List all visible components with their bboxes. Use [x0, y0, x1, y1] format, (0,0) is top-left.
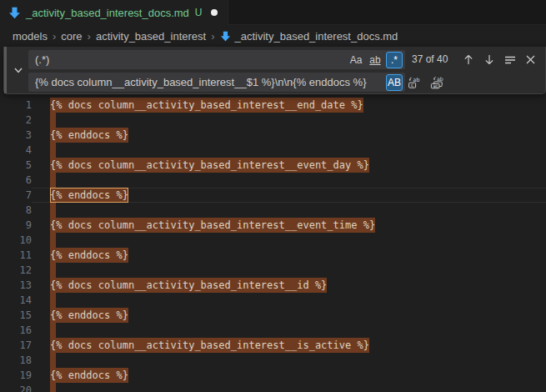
line-number: 15 — [0, 308, 32, 323]
line-number: 3 — [0, 128, 32, 143]
line-content: {% docs column__activity_based_interest_… — [32, 158, 546, 173]
close-find-widget-button[interactable] — [522, 51, 539, 68]
code-line[interactable]: 3{% enddocs %} — [0, 128, 546, 143]
close-icon — [526, 55, 535, 64]
find-match-highlight — [50, 293, 56, 308]
breadcrumb-separator-icon: › — [206, 30, 219, 43]
breadcrumb-separator-icon: › — [83, 30, 96, 43]
line-content — [32, 323, 546, 338]
code-line[interactable]: 19{% enddocs %} — [0, 368, 546, 383]
find-widget-resize-sash[interactable] — [4, 47, 7, 93]
line-content: {% docs column__activity_based_interest_… — [32, 338, 546, 353]
line-number: 8 — [0, 203, 32, 218]
code-line[interactable]: 17{% docs column__activity_based_interes… — [0, 338, 546, 353]
tab-filename: _activity_based_interest_docs.md — [26, 7, 189, 19]
line-content: {% docs column__activity_based_interest_… — [32, 218, 546, 233]
code-line[interactable]: 12 — [0, 263, 546, 278]
find-match-highlight — [50, 233, 56, 248]
line-number: 6 — [0, 173, 32, 188]
replace-input[interactable]: {% docs column__activity_based_interest_… — [28, 73, 405, 92]
code-line[interactable]: 18 — [0, 353, 546, 368]
line-content — [32, 383, 546, 392]
breadcrumb-item-models[interactable]: models — [13, 30, 48, 43]
svg-text:ab: ab — [437, 76, 443, 82]
line-content — [32, 203, 546, 218]
code-line[interactable]: 7{% enddocs %} — [0, 188, 546, 203]
line-number: 2 — [0, 113, 32, 128]
find-match-highlight: {% enddocs %} — [50, 308, 128, 323]
line-number: 10 — [0, 233, 32, 248]
line-number: 5 — [0, 158, 32, 173]
code-line[interactable]: 8 — [0, 203, 546, 218]
code-line[interactable]: 20 — [0, 383, 546, 392]
find-match-highlight — [50, 113, 56, 128]
line-content — [32, 173, 546, 188]
breadcrumb-file-name: _activity_based_interest_docs.md — [235, 30, 398, 43]
find-match-highlight — [50, 263, 56, 278]
line-content: {% enddocs %} — [32, 368, 546, 383]
breadcrumb: models › core › activity_based_interest … — [0, 26, 546, 46]
find-match-highlight: {% docs column__activity_based_interest_… — [50, 98, 363, 113]
find-input[interactable]: (.*) Aa ab .* — [28, 50, 405, 69]
code-line[interactable]: 9{% docs column__activity_based_interest… — [0, 218, 546, 233]
toggle-replace-button[interactable] — [11, 63, 26, 78]
code-area[interactable]: 1{% docs column__activity_based_interest… — [0, 46, 546, 392]
breadcrumb-item-core[interactable]: core — [61, 30, 82, 43]
replace-one-button[interactable]: ab c — [405, 73, 423, 91]
unsaved-changes-dot-icon[interactable] — [211, 9, 218, 16]
replace-all-button[interactable]: ab ac — [428, 73, 445, 91]
tab-bar: _activity_based_interest_docs.md U — [0, 0, 546, 25]
previous-match-button[interactable] — [459, 51, 477, 68]
next-match-button[interactable] — [480, 51, 498, 68]
line-number: 20 — [0, 383, 32, 392]
line-number: 12 — [0, 263, 32, 278]
replace-option-toggles: AB — [386, 74, 403, 91]
git-status-badge: U — [195, 7, 203, 18]
line-content — [32, 353, 546, 368]
find-match-highlight — [50, 143, 56, 158]
find-match-highlight: {% docs column__activity_based_interest_… — [50, 218, 375, 233]
code-line[interactable]: 6 — [0, 173, 546, 188]
line-number: 16 — [0, 323, 32, 338]
code-line[interactable]: 11{% enddocs %} — [0, 248, 546, 263]
code-line[interactable]: 16 — [0, 323, 546, 338]
breadcrumb-separator-icon: › — [48, 30, 61, 43]
breadcrumb-item-activity-based-interest[interactable]: activity_based_interest — [96, 30, 206, 43]
find-match-highlight: {% docs column__activity_based_interest_… — [50, 278, 327, 293]
regex-toggle[interactable]: .* — [386, 52, 403, 68]
svg-text:ac: ac — [433, 83, 438, 88]
line-number: 11 — [0, 248, 32, 263]
line-content: {% enddocs %} — [32, 188, 546, 203]
code-line[interactable]: 5{% docs column__activity_based_interest… — [0, 158, 546, 173]
code-line[interactable]: 1{% docs column__activity_based_interest… — [0, 98, 546, 113]
line-content: {% enddocs %} — [32, 128, 546, 143]
replace-icon: ab c — [408, 76, 421, 89]
tab-active-file[interactable]: _activity_based_interest_docs.md U — [0, 0, 228, 25]
code-line[interactable]: 2 — [0, 113, 546, 128]
whole-word-toggle[interactable]: ab — [367, 52, 383, 68]
find-match-highlight — [50, 203, 56, 218]
match-case-toggle[interactable]: Aa — [348, 52, 364, 68]
find-match-highlight — [50, 383, 56, 392]
match-count: 37 of 40 — [412, 50, 448, 69]
svg-text:c: c — [411, 82, 413, 88]
code-line[interactable]: 14 — [0, 293, 546, 308]
code-line[interactable]: 4 — [0, 143, 546, 158]
line-number: 1 — [0, 98, 32, 113]
line-number: 14 — [0, 293, 32, 308]
line-content: {% docs column__activity_based_interest_… — [32, 98, 546, 113]
find-in-selection-button[interactable] — [501, 51, 518, 68]
preserve-case-toggle[interactable]: AB — [386, 74, 403, 91]
find-input-value: (.*) — [35, 50, 342, 69]
line-content: {% enddocs %} — [32, 248, 546, 263]
line-number: 18 — [0, 353, 32, 368]
vscode-window: _activity_based_interest_docs.md U model… — [0, 0, 546, 392]
code-line[interactable]: 10 — [0, 233, 546, 248]
code-line[interactable]: 15{% enddocs %} — [0, 308, 546, 323]
find-replace-widget: (.*) Aa ab .* 37 of 40 — [3, 47, 546, 94]
code-line[interactable]: 13{% docs column__activity_based_interes… — [0, 278, 546, 293]
line-content — [32, 113, 546, 128]
svg-text:ab: ab — [413, 76, 419, 83]
breadcrumb-item-file[interactable]: _activity_based_interest_docs.md — [220, 30, 398, 43]
find-match-highlight — [50, 353, 56, 368]
